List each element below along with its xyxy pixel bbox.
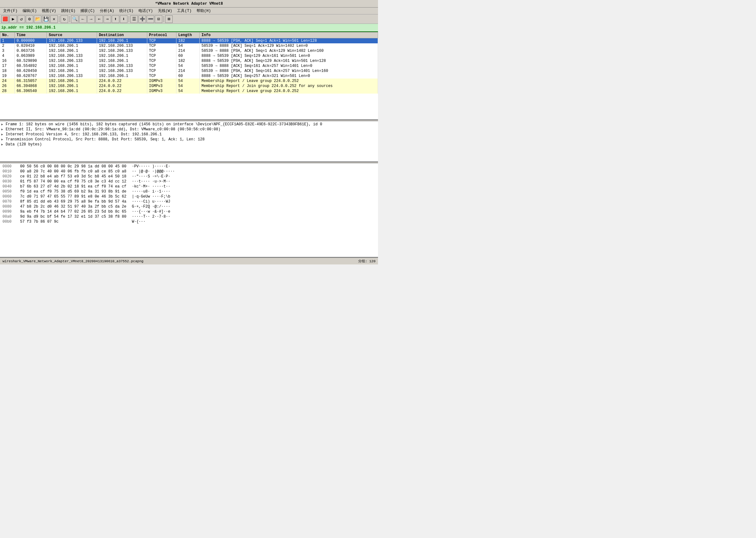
hex-bytes: 57 f3 7b 86 07 9c [20,220,127,224]
toolbar-separator-19 [164,16,164,22]
table-row[interactable]: 2666.394868192.168.206.1224.0.0.22IGMPv3… [0,83,378,88]
hex-bytes: 00 a8 20 7c 40 00 40 06 fb fb c0 a8 ce 8… [20,169,127,174]
col-header-destination[interactable]: Destination [97,32,147,38]
hex-bytes: b7 6b 63 27 d7 4d 2b 02 18 91 ea cf f0 7… [20,185,127,189]
toolbar-btn-zoom-in[interactable]: ➕ [138,15,146,23]
menu-item-file[interactable]: 文件(F) [1,8,20,14]
detail-arrow-icon: ▶ [1,133,6,136]
toolbar-btn-list[interactable]: ☰ [130,15,138,23]
table-row[interactable]: 10.000000192.168.206.133192.168.206.1TCP… [0,38,378,44]
menu-bar: 文件(F)编辑(E)视图(V)跳转(G)捕获(C)分析(A)统计(S)电话(Y)… [0,8,378,15]
detail-row[interactable]: ▶Data (128 bytes) [0,142,378,147]
filter-bar[interactable] [0,24,378,32]
col-header-protocol[interactable]: Protocol [147,32,176,38]
toolbar-btn-first-packet[interactable]: ⬆ [112,15,119,23]
hex-row: 0040b7 6b 63 27 d7 4d 2b 02 18 91 ea cf … [0,184,378,189]
menu-item-edit[interactable]: 编辑(E) [21,8,39,14]
toolbar-btn-open[interactable]: 📂 [34,15,41,23]
toolbar-btn-stop[interactable]: 🟥 [1,15,9,23]
menu-item-view[interactable]: 视图(V) [40,8,58,14]
toolbar-btn-zoom-out[interactable]: ➖ [147,15,154,23]
hex-bytes: 47 b8 2b 2c d0 46 32 51 97 40 3a 2f bb c… [20,204,127,209]
hex-ascii: G·+,·F2Q ·@:/···· [132,204,170,209]
detail-row[interactable]: ▶Internet Protocol Version 4, Src: 192.1… [0,132,378,137]
detail-text: Ethernet II, Src: VMware_98:1a:dd (00:0c… [6,127,221,132]
toolbar-separator-7 [59,16,59,22]
table-row[interactable]: 40.063989192.168.206.133192.168.206.1TCP… [0,53,378,58]
hex-dump: 000000 50 56 c0 00 08 00 0c 29 98 1a dd … [0,163,378,257]
hex-row: 00607c d0 71 97 47 65 55 77 89 91 e8 0e … [0,194,378,199]
menu-item-wireless[interactable]: 无线(W) [156,8,174,14]
detail-text: Frame 1: 182 bytes on wire (1456 bits), … [6,122,322,127]
hex-row: 001000 a8 20 7c 40 00 40 06 fb fb c0 a8 … [0,169,378,174]
hex-offset: 0070 [3,199,15,204]
table-row[interactable]: 30.063726192.168.206.1192.168.206.133TCP… [0,48,378,53]
detail-row[interactable]: ▶Transmission Control Protocol, Src Port… [0,137,378,142]
filter-input[interactable] [1,26,377,30]
toolbar-btn-last-packet[interactable]: ⬇ [120,15,127,23]
hex-row: 0050f0 1d ea cf f0 75 38 d5 69 b2 9a 31 … [0,189,378,194]
hex-row: 00a09d 9a d9 bc bf 54 fe 17 32 e1 1d 37 … [0,214,378,219]
menu-item-capture[interactable]: 捕获(C) [78,8,97,14]
hex-ascii: ···t···· ·u·>·M·· [132,179,170,184]
hex-bytes: 00 50 56 c0 00 08 00 0c 29 98 1a dd 08 0… [20,164,127,169]
table-row[interactable]: 1860.620450192.168.206.1192.168.206.133T… [0,69,378,74]
hex-ascii: ···{···w ·&·#]··e [132,209,170,214]
hex-bytes: 8f 85 d1 dd eb 43 69 29 75 a8 9e fa bb 9… [20,199,127,204]
toolbar: 🟥▶↺⚙📂💾✕↻🔍←→⇐⇒⬆⬇☰➕➖⊡⊞ [0,15,378,24]
detail-text: Data (128 bytes) [6,142,42,147]
menu-item-analyze[interactable]: 分析(A) [98,8,116,14]
toolbar-btn-start[interactable]: ▶ [9,15,17,23]
detail-row[interactable]: ▶Ethernet II, Src: VMware_98:1a:dd (00:0… [0,127,378,132]
hex-bytes: 01 f5 87 74 00 00 ea cf f0 75 c8 3e c3 4… [20,179,127,184]
table-row[interactable]: 20.020410192.168.206.1192.168.206.133TCP… [0,43,378,48]
toolbar-btn-close[interactable]: ✕ [50,15,58,23]
hex-ascii: ·· |@·@· ·|@@@····· [132,169,175,174]
menu-item-statistics[interactable]: 统计(S) [118,8,136,14]
status-filename: wireshark_VMware_Network_Adapter_VMnet8_… [3,259,143,263]
col-header-info[interactable]: Info [199,32,378,38]
hex-row: 00b057 f3 7b 86 07 9cW·{··· [0,219,378,224]
toolbar-btn-find[interactable]: 🔍 [71,15,78,23]
col-header-length[interactable]: Length [176,32,199,38]
table-row[interactable]: 1960.620767192.168.206.133192.168.206.1T… [0,74,378,79]
toolbar-separator-15 [129,16,129,22]
hex-row: 003001 f5 87 74 00 00 ea cf f0 75 c8 3e … [0,179,378,184]
status-bar: wireshark_VMware_Network_Adapter_VMnet8_… [0,257,378,264]
col-header-source[interactable]: Source [47,32,97,38]
menu-item-tools[interactable]: 工具(T) [175,8,193,14]
col-header-time[interactable]: Time [15,32,47,38]
table-row[interactable]: 2466.315057192.168.206.1224.0.0.22IGMPv3… [0,79,378,83]
toolbar-btn-reload[interactable]: ↻ [61,15,68,23]
toolbar-btn-next-packet[interactable]: ⇒ [104,15,111,23]
detail-arrow-icon: ▶ [1,142,6,146]
detail-row[interactable]: ▶Frame 1: 182 bytes on wire (1456 bits),… [0,122,378,127]
hex-ascii: |·q·GeUw ····F;\b [132,194,170,199]
toolbar-btn-forward[interactable]: → [87,15,95,23]
packet-table: No.TimeSourceDestinationProtocolLengthIn… [0,32,378,94]
packet-list: No.TimeSourceDestinationProtocolLengthIn… [0,32,378,120]
window-title: *VMware Network Adapter VMnet8 [155,2,223,6]
hex-ascii: ··"····S ·=\·E·P· [132,174,170,179]
hex-row: 0020ce 01 22 b8 e4 ab f7 53 e9 3d 5c b8 … [0,174,378,179]
toolbar-btn-zoom-orig[interactable]: ⊡ [155,15,162,23]
title-bar: *VMware Network Adapter VMnet8 [0,0,378,8]
hex-ascii: W·{··· [132,220,145,224]
toolbar-btn-options[interactable]: ⚙ [26,15,33,23]
menu-item-go[interactable]: 跳转(G) [59,8,77,14]
table-row[interactable]: 1760.554892192.168.206.1192.168.206.133T… [0,64,378,69]
hex-row: 00909a eb f4 7b 14 d4 b4 77 02 26 05 23 … [0,209,378,214]
toolbar-btn-restart[interactable]: ↺ [18,15,25,23]
menu-item-help[interactable]: 帮助(H) [195,8,213,14]
col-header-no[interactable]: No. [0,32,15,38]
table-row[interactable]: 2866.396540192.168.206.1224.0.0.22IGMPv3… [0,88,378,94]
table-row[interactable]: 1660.529890192.168.206.133192.168.206.1T… [0,58,378,64]
hex-ascii: ·····Ci) u·····WJ [132,199,170,204]
toolbar-btn-back[interactable]: ← [79,15,87,23]
hex-ascii: ·kc'·M+· ·····t·· [132,185,170,189]
menu-item-telephony[interactable]: 电话(Y) [136,8,155,14]
toolbar-btn-save[interactable]: 💾 [42,15,50,23]
detail-arrow-icon: ▶ [1,128,6,131]
toolbar-btn-prev-packet[interactable]: ⇐ [95,15,103,23]
toolbar-btn-split[interactable]: ⊞ [165,15,173,23]
